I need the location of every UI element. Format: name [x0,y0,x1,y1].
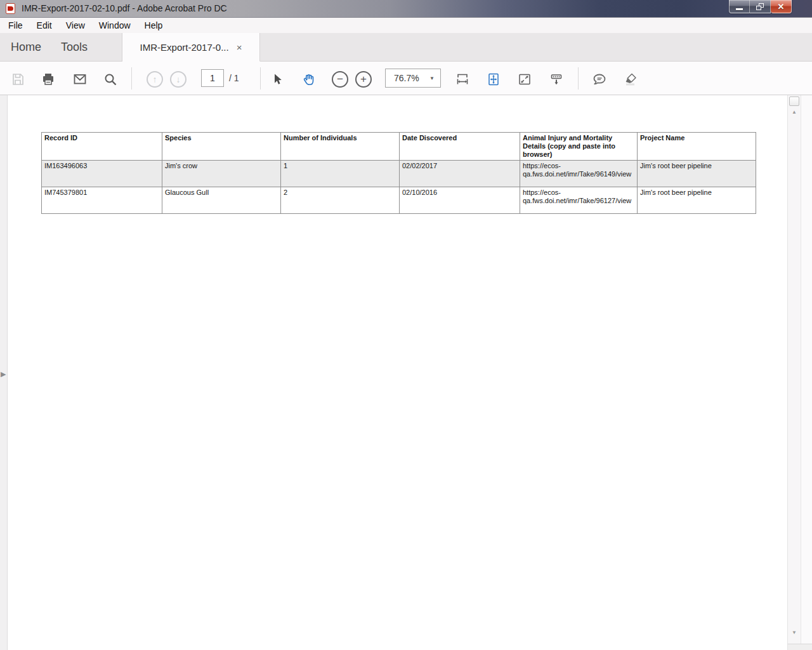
menu-edit[interactable]: Edit [30,18,59,33]
table-cell: Glaucous Gull [162,187,281,214]
app-tabs: Home Tools [0,33,122,62]
document-pane: ▶ Record ID Species Number of Individual… [0,95,812,650]
toolbar-separator [260,67,261,90]
table-row: IM745379801 Glaucous Gull 2 02/10/2016 h… [42,187,756,214]
arrow-up-icon: ↑ [153,74,157,84]
document-tab-label: IMR-Export-2017-0... [140,42,229,53]
page-number-input[interactable] [201,69,224,87]
menu-view[interactable]: View [59,18,92,33]
menu-bar: File Edit View Window Help [0,18,812,33]
save-icon [10,72,25,87]
read-mode-button[interactable] [549,72,564,87]
zoom-out-button[interactable]: − [332,71,348,88]
table-cell: 02/02/2017 [400,161,520,187]
minimize-button[interactable] [729,0,750,13]
find-button[interactable] [103,72,118,87]
table-cell: IM745379801 [42,187,162,214]
actual-size-icon [517,72,532,87]
acrobat-pdf-icon [6,3,15,14]
comment-bubble-icon [592,72,607,87]
zoom-in-button[interactable]: + [355,71,372,88]
comment-button[interactable] [592,72,607,87]
tab-home[interactable]: Home [11,41,41,54]
select-tool-button[interactable] [270,72,285,87]
expand-arrow-icon: ▶ [1,370,6,378]
close-icon: ✕ [778,2,785,11]
tools-pane-strip [801,95,812,644]
highlight-button[interactable] [623,72,638,87]
toolbar-separator [578,67,579,90]
table-cell: https://ecos-qa.fws.doi.net/imr/Take/961… [520,161,638,187]
fit-width-button[interactable] [455,72,470,87]
print-icon [41,72,56,87]
toolbar-separator [131,67,132,90]
fit-width-icon [455,72,470,87]
previous-page-button[interactable]: ↑ [147,71,163,88]
scroll-up-icon[interactable]: ▲ [788,109,801,115]
document-tab-close-icon[interactable]: × [237,42,242,53]
zoom-level-dropdown[interactable]: 76.7% ▼ [385,69,441,88]
email-icon [72,72,88,87]
column-header: Species [162,133,281,161]
page-count-label: / 1 [229,62,239,95]
next-page-button[interactable]: ↓ [170,71,187,88]
column-header: Project Name [638,133,756,161]
menu-file[interactable]: File [1,18,30,33]
hand-tool-icon [301,72,317,87]
tab-bar: Home Tools IMR-Export-2017-0... × [0,33,812,62]
scroll-down-icon[interactable]: ▼ [788,630,801,635]
read-mode-icon [549,72,564,87]
save-button[interactable] [10,72,25,87]
column-header: Record ID [42,133,162,161]
vertical-scrollbar[interactable]: ▲ ▼ [787,95,801,644]
restore-icon [756,3,764,10]
highlighter-icon [623,72,638,87]
menu-help[interactable]: Help [138,18,170,33]
title-bar: IMR-Export-2017-02-10.pdf - Adobe Acroba… [0,0,812,18]
column-header: Number of Individuals [281,133,400,161]
toolbar: ↑ ↓ / 1 − + 76.7% ▼ [0,62,812,95]
print-button[interactable] [41,72,56,87]
minimize-icon [736,8,743,10]
cursor-arrow-icon [270,72,285,87]
fit-page-icon [486,72,501,87]
email-button[interactable] [72,72,88,87]
arrow-down-icon: ↓ [176,74,181,84]
window-controls: ✕ [729,0,792,13]
pdf-report-table: Record ID Species Number of Individuals … [41,132,756,214]
scrollbar-corner [787,644,812,650]
column-header: Date Discovered [400,133,520,161]
column-header: Animal Injury and Mortality Details (cop… [520,133,638,161]
table-cell: 2 [281,187,400,214]
chevron-down-icon: ▼ [429,76,440,81]
scrollbar-thumb[interactable] [789,96,799,106]
table-cell: Jim's crow [162,161,281,187]
table-cell: 1 [281,161,400,187]
fit-page-button[interactable] [486,72,501,87]
search-icon [103,72,118,87]
document-tab[interactable]: IMR-Export-2017-0... × [122,33,260,62]
menu-window[interactable]: Window [92,18,138,33]
close-button[interactable]: ✕ [771,0,792,13]
table-cell: Jim's root beer pipeline [638,161,756,187]
table-cell: https://ecos-qa.fws.doi.net/imr/Take/961… [520,187,638,214]
window-title: IMR-Export-2017-02-10.pdf - Adobe Acroba… [22,3,227,13]
table-cell: 02/10/2016 [400,187,520,214]
plus-icon: + [360,73,367,86]
actual-size-button[interactable] [517,72,532,87]
restore-button[interactable] [750,0,771,13]
hand-tool-button[interactable] [301,72,317,87]
minus-icon: − [337,73,343,86]
table-cell: IM163496063 [42,161,162,187]
table-header-row: Record ID Species Number of Individuals … [42,133,756,161]
zoom-level-value: 76.7% [386,73,429,83]
tab-tools[interactable]: Tools [61,41,88,54]
table-cell: Jim's root beer pipeline [638,187,756,214]
navigation-pane-toggle[interactable]: ▶ [1,368,8,380]
table-row: IM163496063 Jim's crow 1 02/02/2017 http… [42,161,756,187]
